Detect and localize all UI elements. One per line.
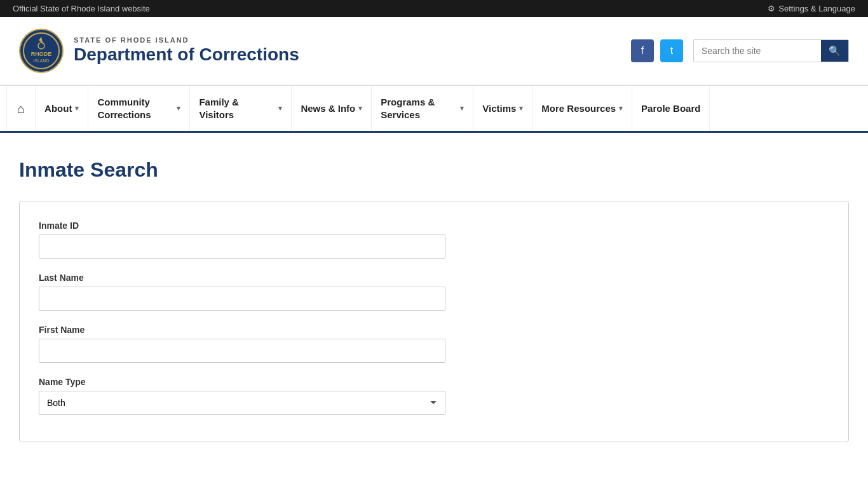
nav-news-info-label: News & Info bbox=[301, 102, 355, 115]
search-input[interactable] bbox=[694, 41, 821, 61]
svg-text:RHODE: RHODE bbox=[31, 51, 52, 57]
last-name-group: Last Name bbox=[39, 273, 829, 311]
last-name-input[interactable] bbox=[39, 287, 445, 311]
nav-item-community-corrections[interactable]: Community Corrections ▾ bbox=[88, 86, 190, 131]
inmate-id-label: Inmate ID bbox=[39, 220, 829, 231]
official-text: Official State of Rhode Island website bbox=[13, 4, 150, 13]
chevron-down-icon: ▾ bbox=[278, 104, 282, 112]
nav-list: ⌂ About ▾ Community Corrections ▾ Family… bbox=[6, 86, 862, 131]
settings-language-button[interactable]: ⚙ Settings & Language bbox=[768, 4, 855, 13]
site-header: RHODE ISLAND STATE OF RHODE ISLAND Depar… bbox=[0, 17, 868, 85]
header-branding: RHODE ISLAND STATE OF RHODE ISLAND Depar… bbox=[19, 29, 299, 73]
header-title-block: STATE OF RHODE ISLAND Department of Corr… bbox=[74, 36, 299, 65]
nav-victims-label: Victims bbox=[482, 102, 516, 115]
settings-area: ⚙ Settings & Language bbox=[768, 4, 855, 13]
gear-icon: ⚙ bbox=[768, 4, 775, 13]
name-type-select-wrap: Both Legal Alias bbox=[39, 391, 445, 415]
home-icon: ⌂ bbox=[17, 100, 25, 117]
nav-item-programs-services[interactable]: Programs & Services ▾ bbox=[372, 86, 473, 131]
name-type-group: Name Type Both Legal Alias bbox=[39, 377, 829, 415]
settings-label: Settings & Language bbox=[778, 4, 855, 13]
nav-home[interactable]: ⌂ bbox=[6, 86, 36, 131]
last-name-label: Last Name bbox=[39, 273, 829, 283]
svg-text:ISLAND: ISLAND bbox=[33, 58, 49, 63]
inmate-search-form: Inmate ID Last Name First Name Name Type… bbox=[19, 201, 849, 442]
nav-item-parole-board[interactable]: Parole Board bbox=[632, 86, 710, 131]
nav-more-resources-label: More Resources bbox=[541, 102, 616, 115]
nav-community-corrections-label: Community Corrections bbox=[97, 96, 173, 121]
state-label: STATE OF RHODE ISLAND bbox=[74, 36, 299, 44]
top-bar: Official State of Rhode Island website ⚙… bbox=[0, 0, 868, 17]
twitter-letter: t bbox=[670, 45, 673, 57]
inmate-id-input[interactable] bbox=[39, 234, 445, 259]
dept-label: Department of Corrections bbox=[74, 44, 299, 65]
state-logo: RHODE ISLAND bbox=[19, 29, 64, 73]
chevron-down-icon: ▾ bbox=[177, 104, 180, 112]
header-right: f t 🔍 bbox=[631, 39, 849, 62]
search-button[interactable]: 🔍 bbox=[821, 40, 848, 62]
chevron-down-icon: ▾ bbox=[460, 104, 464, 112]
social-icons: f t bbox=[631, 39, 683, 62]
inmate-id-group: Inmate ID bbox=[39, 220, 829, 259]
chevron-down-icon: ▾ bbox=[519, 104, 523, 112]
first-name-input[interactable] bbox=[39, 339, 445, 363]
nav-parole-board-label: Parole Board bbox=[641, 102, 700, 115]
main-nav: ⌂ About ▾ Community Corrections ▾ Family… bbox=[0, 85, 868, 133]
first-name-group: First Name bbox=[39, 325, 829, 363]
nav-item-family-visitors[interactable]: Family & Visitors ▾ bbox=[190, 86, 292, 131]
twitter-icon[interactable]: t bbox=[660, 39, 683, 62]
nav-item-news-info[interactable]: News & Info ▾ bbox=[292, 86, 372, 131]
nav-about-label: About bbox=[44, 102, 72, 115]
facebook-letter: f bbox=[641, 45, 644, 57]
facebook-icon[interactable]: f bbox=[631, 39, 654, 62]
nav-item-victims[interactable]: Victims ▾ bbox=[473, 86, 532, 131]
chevron-down-icon: ▾ bbox=[619, 104, 623, 112]
name-type-select[interactable]: Both Legal Alias bbox=[39, 391, 445, 415]
nav-item-more-resources[interactable]: More Resources ▾ bbox=[532, 86, 632, 131]
chevron-down-icon: ▾ bbox=[75, 104, 79, 112]
main-content: Inmate Search Inmate ID Last Name First … bbox=[0, 133, 868, 461]
search-form: 🔍 bbox=[693, 39, 849, 62]
nav-programs-services-label: Programs & Services bbox=[381, 96, 457, 121]
nav-family-visitors-label: Family & Visitors bbox=[199, 96, 275, 121]
first-name-label: First Name bbox=[39, 325, 829, 335]
name-type-label: Name Type bbox=[39, 377, 829, 387]
page-title: Inmate Search bbox=[19, 158, 849, 182]
chevron-down-icon: ▾ bbox=[358, 104, 362, 112]
nav-item-about[interactable]: About ▾ bbox=[36, 86, 88, 131]
